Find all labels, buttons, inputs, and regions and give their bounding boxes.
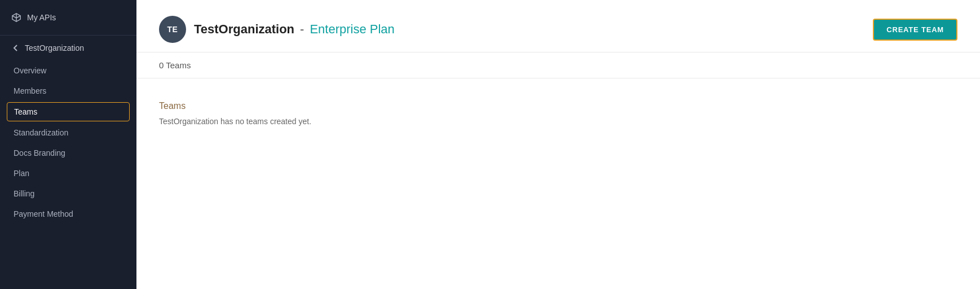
sidebar-item-my-apis[interactable]: My APIs	[11, 10, 125, 25]
sidebar-item-standardization[interactable]: Standardization	[0, 122, 136, 143]
sidebar-item-payment-method[interactable]: Payment Method	[0, 204, 136, 224]
org-name: TestOrganization	[194, 22, 294, 37]
sidebar-item-plan[interactable]: Plan	[0, 163, 136, 183]
sidebar-nav: Overview Members Teams Standardization D…	[0, 58, 136, 226]
sidebar-item-members[interactable]: Members	[0, 81, 136, 101]
teams-section-title: Teams	[159, 101, 957, 111]
cube-icon	[11, 12, 21, 23]
sidebar: My APIs TestOrganization Overview Member…	[0, 0, 136, 289]
org-title-row: TestOrganization - Enterprise Plan	[194, 22, 395, 37]
sidebar-org-row[interactable]: TestOrganization	[0, 36, 136, 58]
teams-count: 0 Teams	[136, 52, 980, 78]
sidebar-org-name: TestOrganization	[25, 43, 84, 52]
my-apis-label: My APIs	[27, 13, 56, 22]
main-content: TE TestOrganization - Enterprise Plan CR…	[136, 0, 980, 289]
create-team-button[interactable]: CREATE TEAM	[873, 19, 957, 41]
teams-empty-message: TestOrganization has no teams created ye…	[159, 117, 957, 126]
org-avatar: TE	[159, 16, 186, 43]
sidebar-item-billing[interactable]: Billing	[0, 183, 136, 204]
sidebar-item-docs-branding[interactable]: Docs Branding	[0, 143, 136, 163]
main-header: TE TestOrganization - Enterprise Plan CR…	[136, 0, 980, 52]
org-plan: Enterprise Plan	[310, 22, 394, 37]
main-body: Teams TestOrganization has no teams crea…	[136, 78, 980, 148]
org-info: TE TestOrganization - Enterprise Plan	[159, 16, 395, 43]
org-separator: -	[300, 22, 304, 37]
sidebar-item-teams[interactable]: Teams	[7, 102, 130, 121]
sidebar-top: My APIs	[0, 0, 136, 36]
back-arrow-icon	[11, 43, 20, 52]
sidebar-item-overview[interactable]: Overview	[0, 60, 136, 81]
